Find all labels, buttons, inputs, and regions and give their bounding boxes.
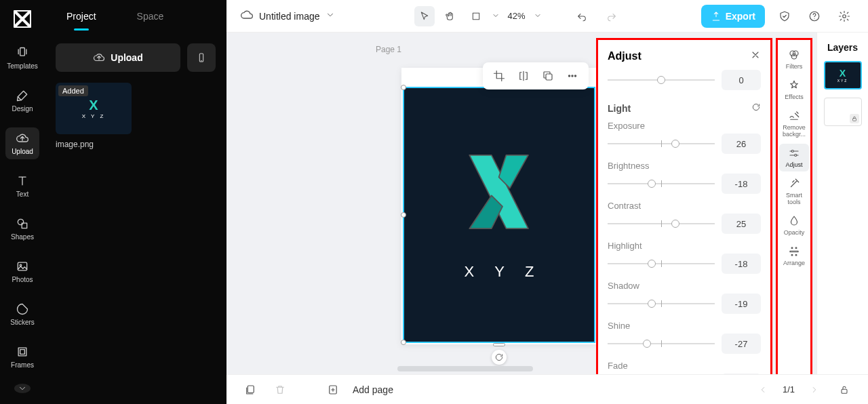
svg-rect-6	[18, 348, 26, 356]
svg-point-23	[795, 155, 797, 157]
redo-button[interactable]	[601, 6, 622, 26]
copy-icon[interactable]	[537, 65, 559, 87]
nav-stickers[interactable]: Stickers	[5, 298, 39, 330]
slider-label: Shine	[608, 321, 630, 331]
rail-adjust[interactable]: Adjust	[779, 144, 809, 171]
rail-filters[interactable]: Filters	[779, 45, 809, 73]
tool-hand[interactable]	[440, 6, 460, 26]
rail-effects[interactable]: Effects	[779, 76, 809, 104]
chevron-down-icon[interactable]	[534, 10, 542, 22]
slider-shadow[interactable]	[608, 297, 715, 310]
nav-upload[interactable]: Upload	[5, 127, 39, 159]
slider-exposure-value[interactable]: 26	[722, 134, 761, 154]
svg-point-16	[568, 75, 570, 77]
help-icon[interactable]	[804, 6, 825, 26]
delete-icon[interactable]	[270, 380, 290, 400]
svg-rect-7	[20, 350, 25, 355]
tab-space[interactable]: Space	[137, 3, 164, 30]
rail-remove-bg[interactable]: Remove backgr...	[779, 106, 809, 141]
flip-icon[interactable]	[513, 65, 534, 87]
shield-icon[interactable]	[774, 6, 795, 26]
resize-handle-bl[interactable]	[401, 340, 406, 345]
layer-background[interactable]	[824, 98, 862, 126]
nav-templates[interactable]: Templates	[5, 42, 39, 74]
slider-shine-value[interactable]: -27	[722, 334, 761, 354]
svg-point-20	[793, 51, 799, 56]
upload-button[interactable]: Upload	[56, 43, 180, 72]
reset-icon[interactable]	[751, 102, 761, 114]
canvas-area[interactable]: Page 1	[226, 33, 816, 374]
svg-point-5	[20, 264, 22, 266]
image-logo-text: XYZ	[444, 263, 555, 281]
nav-photos-label: Photos	[12, 276, 33, 283]
nav-templates-label: Templates	[7, 62, 38, 70]
tab-project[interactable]: Project	[66, 3, 96, 30]
resize-handle-l[interactable]	[401, 212, 406, 218]
zoom-level[interactable]: 42%	[505, 11, 528, 21]
svg-rect-27	[842, 389, 847, 393]
slider-brightness[interactable]	[608, 177, 715, 190]
nav-frames[interactable]: Frames	[5, 341, 39, 373]
close-icon[interactable]	[750, 49, 761, 63]
nav-stickers-label: Stickers	[10, 319, 35, 326]
slider-fade-value[interactable]: 0	[722, 373, 761, 374]
prev-page[interactable]	[753, 380, 773, 400]
selected-image[interactable]: XYZ	[404, 88, 594, 342]
chevron-down-icon[interactable]	[326, 10, 335, 22]
export-label: Export	[726, 11, 755, 22]
slider-top-value[interactable]: 0	[722, 70, 761, 90]
app-logo[interactable]	[12, 8, 33, 31]
app-root: Templates Design Upload Text Shapes Phot…	[0, 0, 868, 404]
slider-label: Brightness	[608, 161, 649, 171]
layer-image[interactable]: X XYZ	[824, 61, 862, 89]
nav-shapes-label: Shapes	[11, 233, 34, 241]
add-page-label[interactable]: Add page	[353, 384, 393, 395]
nav-photos[interactable]: Photos	[5, 256, 39, 287]
tool-crop-menu[interactable]	[466, 6, 486, 26]
rail-opacity[interactable]: Opacity	[779, 211, 809, 239]
crop-icon[interactable]	[488, 65, 510, 87]
slider-highlight-value[interactable]: -18	[722, 254, 761, 274]
export-button[interactable]: Export	[701, 5, 765, 28]
slider-contrast[interactable]	[608, 217, 715, 230]
canvas-page[interactable]: XYZ	[401, 68, 597, 344]
rotate-handle[interactable]	[492, 350, 507, 365]
more-icon[interactable]	[561, 65, 583, 87]
slider-brightness-value[interactable]: -18	[722, 174, 761, 194]
tool-select[interactable]	[414, 6, 435, 26]
slider-shadow-value[interactable]: -19	[722, 294, 761, 314]
nav-design[interactable]: Design	[5, 85, 39, 117]
next-page[interactable]	[804, 380, 825, 400]
svg-rect-15	[546, 74, 552, 80]
pages-icon[interactable]	[240, 380, 260, 400]
rail-smart-tools[interactable]: Smart tools	[779, 174, 809, 209]
svg-point-17	[572, 75, 573, 77]
lock-page-icon[interactable]	[834, 380, 854, 400]
slider-shine[interactable]	[608, 337, 715, 350]
nav-more-button[interactable]	[14, 384, 31, 393]
nav-text[interactable]: Text	[5, 170, 39, 202]
slider-exposure[interactable]	[608, 137, 715, 150]
rail-arrange[interactable]: Arrange	[779, 242, 809, 270]
device-upload-button[interactable]	[187, 43, 216, 72]
resize-handle-tl[interactable]	[401, 85, 406, 90]
slider-top[interactable]	[608, 73, 715, 87]
chevron-down-icon[interactable]	[492, 10, 500, 22]
slider-highlight[interactable]	[608, 257, 715, 270]
svg-rect-1	[20, 48, 25, 56]
page-indicator: 1/1	[783, 384, 795, 395]
undo-button[interactable]	[572, 6, 592, 26]
svg-point-21	[791, 54, 797, 60]
image-content: XYZ	[444, 148, 555, 281]
slider-contrast-value[interactable]: 25	[722, 214, 761, 234]
svg-rect-24	[852, 119, 856, 121]
horizontal-scrollbar[interactable]	[397, 366, 613, 371]
settings-icon[interactable]	[834, 6, 854, 26]
asset-added-badge: Added	[58, 85, 88, 96]
resize-handle-b[interactable]	[493, 343, 505, 346]
doc-title[interactable]: Untitled image	[259, 11, 320, 22]
asset-item[interactable]: Added X X Y Z image.png	[45, 83, 226, 149]
nav-shapes[interactable]: Shapes	[5, 213, 39, 245]
cloud-icon	[240, 8, 254, 24]
add-page-icon[interactable]	[323, 380, 343, 400]
